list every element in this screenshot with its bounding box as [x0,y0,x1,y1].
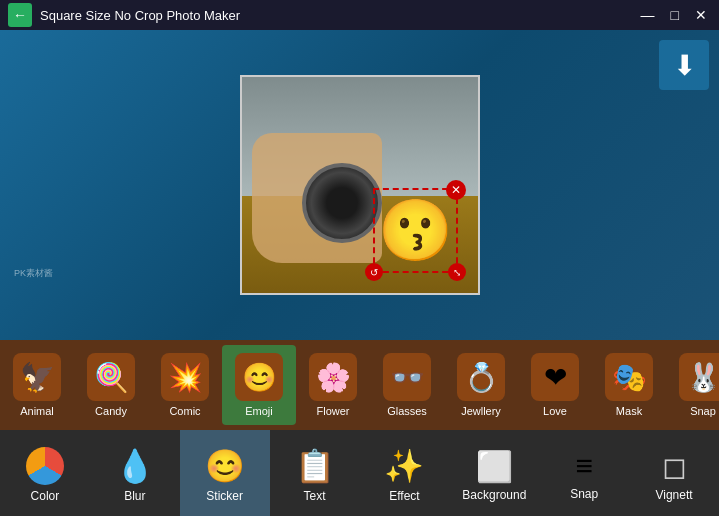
animal-label: Animal [20,405,54,417]
effect-label: Effect [389,489,419,503]
mask-icon: 🎭 [605,353,653,401]
tool-background[interactable]: ⬜ Background [449,430,539,516]
mask-label: Mask [616,405,642,417]
tool-text[interactable]: 📋 Text [270,430,360,516]
flower-label: Flower [316,405,349,417]
sticker-label: Sticker [206,489,243,503]
window-controls: — □ ✕ [637,5,711,25]
sticker-category-comic[interactable]: 💥 Comic [148,345,222,425]
close-button[interactable]: ✕ [691,5,711,25]
emoji-sticker[interactable]: ✕ 😗 ↺ ⤡ [373,188,458,273]
tool-color[interactable]: Color [0,430,90,516]
tool-vignett[interactable]: ◻ Vignett [629,430,719,516]
sticker-category-love[interactable]: ❤ Love [518,345,592,425]
sticker-icon: 😊 [205,447,245,485]
emoji-label: Emoji [245,405,273,417]
flower-icon: 🌸 [309,353,357,401]
app-title: Square Size No Crop Photo Maker [40,8,629,23]
comic-label: Comic [169,405,200,417]
tool-effect[interactable]: ✨ Effect [360,430,450,516]
sticker-category-animal[interactable]: 🦅 Animal [0,345,74,425]
blur-icon: 💧 [115,447,155,485]
candy-icon: 🍭 [87,353,135,401]
sticker-category-mask[interactable]: 🎭 Mask [592,345,666,425]
sticker-category-glasses[interactable]: 👓 Glasses [370,345,444,425]
sticker-rotate-handle[interactable]: ↺ [365,263,383,281]
watermark: PK素材酱 [14,267,53,280]
sticker-category-emoji[interactable]: 😊 Emoji [222,345,296,425]
glasses-icon: 👓 [383,353,431,401]
snap-icon: 🐰 [679,353,719,401]
snap-label: Snap [570,487,598,501]
photo-lens [302,163,382,243]
color-icon [26,447,64,485]
download-icon: ⬇ [673,49,696,82]
download-button[interactable]: ⬇ [659,40,709,90]
comic-icon: 💥 [161,353,209,401]
sticker-category-snap[interactable]: 🐰 Snap [666,345,719,425]
back-button[interactable]: ← [8,3,32,27]
photo-background: ✕ 😗 ↺ ⤡ [240,75,480,295]
sticker-close-handle[interactable]: ✕ [446,180,466,200]
background-label: Background [462,488,526,502]
sticker-category-candy[interactable]: 🍭 Candy [74,345,148,425]
color-label: Color [31,489,60,503]
text-label: Text [304,489,326,503]
main-canvas-area: ⬇ PK素材酱 ✕ 😗 ↺ ⤡ [0,30,719,340]
vignett-icon: ◻ [662,449,687,484]
maximize-button[interactable]: □ [667,5,683,25]
glasses-label: Glasses [387,405,427,417]
vignett-label: Vignett [655,488,692,502]
sticker-scale-handle[interactable]: ⤡ [448,263,466,281]
title-bar: ← Square Size No Crop Photo Maker — □ ✕ [0,0,719,30]
background-icon: ⬜ [476,449,513,484]
sticker-items: 🦅 Animal 🍭 Candy 💥 Comic 😊 Emoji 🌸 Flowe… [0,345,719,425]
sticker-category-jewllery[interactable]: 💍 Jewllery [444,345,518,425]
emoji-icon: 😗 [378,201,453,261]
effect-icon: ✨ [384,447,424,485]
text-icon: 📋 [295,447,335,485]
sticker-category-flower[interactable]: 🌸 Flower [296,345,370,425]
emoji-icon: 😊 [235,353,283,401]
love-label: Love [543,405,567,417]
jewllery-label: Jewllery [461,405,501,417]
jewllery-icon: 💍 [457,353,505,401]
tool-blur[interactable]: 💧 Blur [90,430,180,516]
tool-snap[interactable]: ≡ Snap [539,430,629,516]
blur-label: Blur [124,489,145,503]
photo-canvas: ✕ 😗 ↺ ⤡ [240,75,480,295]
sticker-category-row: 🦅 Animal 🍭 Candy 💥 Comic 😊 Emoji 🌸 Flowe… [0,340,719,430]
minimize-button[interactable]: — [637,5,659,25]
snap-icon: ≡ [575,449,593,483]
love-icon: ❤ [531,353,579,401]
snap-label: Snap [690,405,716,417]
bottom-toolbar: Color 💧 Blur 😊 Sticker 📋 Text ✨ Effect ⬜… [0,430,719,516]
candy-label: Candy [95,405,127,417]
animal-icon: 🦅 [13,353,61,401]
toolbar-items: Color 💧 Blur 😊 Sticker 📋 Text ✨ Effect ⬜… [0,430,719,516]
tool-sticker[interactable]: 😊 Sticker [180,430,270,516]
